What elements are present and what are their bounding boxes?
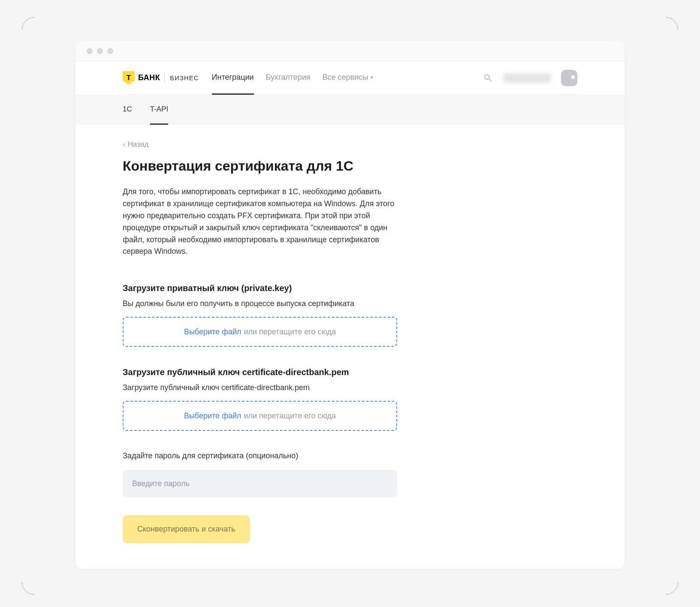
logo-bank-text: БАНК [138,73,160,82]
public-key-heading: Загрузите публичный ключ certificate-dir… [123,367,577,377]
subnav-row: 1С T-API [123,95,577,125]
private-key-choose-file: Выберите файл [184,328,241,337]
public-key-hint: Загрузите публичный ключ certificate-dir… [123,383,577,392]
page-description: Для того, чтобы импортировать сертификат… [123,186,397,258]
window-maximize-dot[interactable] [107,48,113,54]
subnav-1c[interactable]: 1С [123,95,132,125]
header-right [483,70,577,86]
logo-sub-text: БИЗНЕС [170,74,199,81]
convert-button[interactable]: Сконвертировать и скачать [123,515,250,543]
page-title: Конвертация сертификата для 1С [123,158,577,174]
browser-titlebar [75,41,625,61]
private-key-heading: Загрузите приватный ключ (private.key) [123,283,577,293]
window-controls [87,48,113,54]
back-label: Назад [128,140,149,149]
password-label: Задайте пароль для сертификата (опционал… [123,451,577,460]
browser-window: Т БАНК БИЗНЕС Интеграции Бухгалтерия Все… [75,41,625,569]
window-minimize-dot[interactable] [97,48,103,54]
main-nav: Интеграции Бухгалтерия Все сервисы ▾ [212,61,483,95]
logo[interactable]: Т БАНК БИЗНЕС [123,71,199,85]
private-key-hint: Вы должны были его получить в процессе в… [123,299,577,308]
window-close-dot[interactable] [87,48,93,54]
user-name-blurred [504,73,551,83]
logo-shield-icon: Т [123,71,135,85]
header-row: Т БАНК БИЗНЕС Интеграции Бухгалтерия Все… [123,61,577,95]
public-key-drop-rest: или перетащите его сюда [244,412,336,421]
search-icon[interactable] [483,73,493,83]
nav-all-services[interactable]: Все сервисы ▾ [323,61,374,95]
nav-all-services-label: Все сервисы [323,73,368,82]
subnav-tapi[interactable]: T-API [150,95,169,125]
public-key-choose-file: Выберите файл [184,412,241,421]
app-header: Т БАНК БИЗНЕС Интеграции Бухгалтерия Все… [75,61,625,95]
app-container: Т БАНК БИЗНЕС Интеграции Бухгалтерия Все… [22,17,678,595]
back-link[interactable]: ‹ Назад [123,140,148,149]
logo-divider [164,74,165,82]
subnav-bar: 1С T-API [75,95,625,125]
public-key-dropzone[interactable]: Выберите файл или перетащите его сюда [123,401,397,431]
wallet-icon[interactable] [561,70,577,86]
nav-integrations[interactable]: Интеграции [212,61,254,95]
password-input[interactable] [123,470,397,497]
nav-accounting[interactable]: Бухгалтерия [266,61,311,95]
private-key-dropzone[interactable]: Выберите файл или перетащите его сюда [123,317,397,347]
page-content: ‹ Назад Конвертация сертификата для 1С Д… [75,125,625,569]
chevron-left-icon: ‹ [123,140,125,149]
private-key-drop-rest: или перетащите его сюда [244,328,336,337]
outer-frame: Т БАНК БИЗНЕС Интеграции Бухгалтерия Все… [22,17,678,595]
chevron-down-icon: ▾ [371,75,373,80]
